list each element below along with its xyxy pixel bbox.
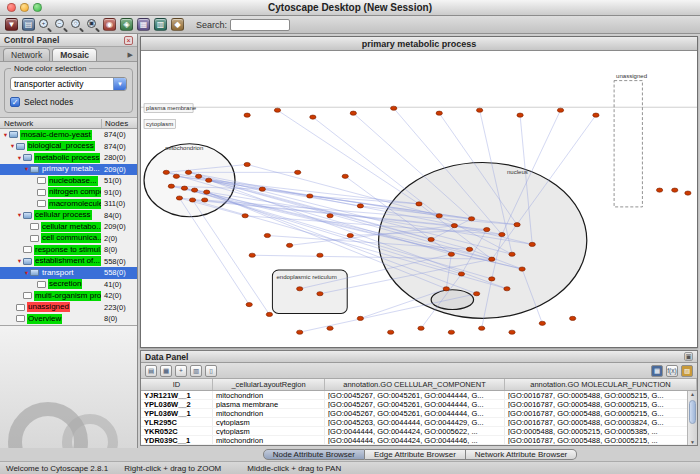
tab-node-attribute-browser[interactable]: Node Attribute Browser: [263, 449, 365, 460]
network-node[interactable]: [504, 287, 510, 291]
tree-item[interactable]: ▼metabolic process280(0): [0, 152, 137, 164]
network-node[interactable]: [185, 170, 191, 174]
close-window-button[interactable]: [7, 3, 16, 12]
tab-mosaic[interactable]: Mosaic: [52, 48, 97, 61]
open-session-icon[interactable]: ▼: [5, 18, 18, 31]
tree-item[interactable]: ▼biological_process874(0): [0, 141, 137, 153]
network-node[interactable]: [557, 108, 563, 112]
network-node[interactable]: [317, 253, 323, 257]
network-node[interactable]: [357, 316, 363, 320]
column-header[interactable]: _cellularLayoutRegion: [213, 379, 325, 390]
scroll-down-icon[interactable]: ▼: [688, 439, 697, 445]
delete-attribute-icon[interactable]: ▥: [190, 365, 202, 377]
table-scrollbar[interactable]: ▲ ▼: [687, 391, 697, 445]
table-row[interactable]: YDR039C__1mitochondrion[GO:0044444, GO:0…: [141, 436, 697, 445]
network-node[interactable]: [391, 106, 397, 110]
network-node[interactable]: [163, 170, 169, 174]
close-panel-icon[interactable]: ×: [124, 36, 133, 45]
disclosure-arrow-icon[interactable]: ▼: [23, 270, 30, 276]
tree-item[interactable]: nitrogen compo...91(0): [0, 187, 137, 199]
network-canvas[interactable]: plasma membranecytoplasmmitochondrionnuc…: [141, 51, 697, 347]
tree-item[interactable]: ▼primary metab...209(0): [0, 164, 137, 176]
column-header[interactable]: annotation.GO MOLECULAR_FUNCTION: [505, 379, 697, 390]
network-node[interactable]: [327, 326, 333, 330]
network-node[interactable]: [509, 330, 515, 334]
print-icon[interactable]: ▤: [22, 18, 35, 31]
network-node[interactable]: [173, 174, 179, 178]
import-network-icon[interactable]: ▦: [137, 18, 150, 31]
zoom-selected-icon[interactable]: ○: [71, 19, 83, 31]
disclosure-arrow-icon[interactable]: ▼: [9, 143, 16, 149]
tree-item[interactable]: ▼establishment of...558(0): [0, 256, 137, 268]
annotation-icon[interactable]: ◈: [120, 18, 133, 31]
select-nodes-checkbox[interactable]: ✓: [10, 97, 20, 107]
table-row[interactable]: YPL036W__2plasma membrane[GO:0045267, GO…: [141, 400, 697, 409]
disclosure-arrow-icon[interactable]: ▼: [16, 155, 23, 161]
network-node[interactable]: [206, 178, 212, 182]
tree-item[interactable]: cellular metabo...209(0): [0, 221, 137, 233]
minimize-window-button[interactable]: [20, 3, 29, 12]
formula-builder-icon[interactable]: f(x): [666, 365, 678, 377]
network-node[interactable]: [327, 214, 333, 218]
tree-item[interactable]: ▼transport558(0): [0, 267, 137, 279]
attribute-matrix-icon[interactable]: ▦: [651, 365, 663, 377]
tree-item[interactable]: ▼mosaic-demo-yeast874(0): [0, 129, 137, 141]
search-input[interactable]: [230, 19, 290, 31]
network-node[interactable]: [428, 237, 434, 241]
network-node[interactable]: [489, 257, 495, 261]
network-node[interactable]: [259, 187, 265, 191]
network-node[interactable]: [242, 214, 248, 218]
scrollbar-thumb[interactable]: [689, 400, 696, 424]
trash-icon[interactable]: ▯: [205, 365, 217, 377]
network-node[interactable]: [656, 188, 662, 192]
network-node[interactable]: [443, 287, 449, 291]
tree-item[interactable]: unassigned223(0): [0, 302, 137, 314]
network-node[interactable]: [499, 232, 505, 236]
network-node[interactable]: [189, 198, 195, 202]
node-color-dropdown[interactable]: transporter activity ▼: [10, 77, 127, 91]
network-node[interactable]: [514, 223, 520, 227]
disclosure-arrow-icon[interactable]: ▼: [16, 212, 23, 218]
network-node[interactable]: [204, 190, 210, 194]
disclosure-arrow-icon[interactable]: ▼: [2, 132, 9, 138]
disclosure-arrow-icon[interactable]: ▼: [23, 166, 30, 172]
table-row[interactable]: YPL036W__1mitochondrion[GO:0045267, GO:0…: [141, 409, 697, 418]
network-node[interactable]: [448, 252, 454, 256]
network-node[interactable]: [297, 330, 303, 334]
network-node[interactable]: [295, 170, 301, 174]
network-node[interactable]: [539, 321, 545, 325]
tree-item[interactable]: secretion41(0): [0, 279, 137, 291]
network-node[interactable]: [181, 186, 187, 190]
select-attributes-icon[interactable]: ▤: [145, 365, 157, 377]
tree-item[interactable]: response to stimul...8(0): [0, 244, 137, 256]
network-node[interactable]: [307, 194, 313, 198]
network-node[interactable]: [593, 113, 599, 117]
network-node[interactable]: [685, 191, 691, 195]
network-node[interactable]: [310, 115, 316, 119]
network-node[interactable]: [350, 111, 356, 115]
birdseye-view[interactable]: [0, 325, 137, 448]
network-view-title[interactable]: primary metabolic process: [141, 37, 697, 51]
tree-item[interactable]: macromolecule...311(0): [0, 198, 137, 210]
network-node[interactable]: [529, 242, 535, 246]
network-node[interactable]: [418, 326, 424, 330]
tab-overflow-icon[interactable]: ▶: [128, 51, 135, 61]
tree-item[interactable]: nucleobase...51(0): [0, 175, 137, 187]
network-node[interactable]: [266, 312, 272, 316]
network-node[interactable]: [286, 243, 292, 247]
network-node[interactable]: [672, 188, 678, 192]
network-node[interactable]: [477, 108, 483, 112]
window-titlebar[interactable]: Cytoscape Desktop (New Session): [0, 0, 700, 16]
network-node[interactable]: [297, 287, 303, 291]
network-node[interactable]: [451, 224, 457, 228]
network-node[interactable]: [168, 184, 174, 188]
network-node[interactable]: [436, 214, 442, 218]
vizmapper-icon[interactable]: ◆: [171, 18, 184, 31]
network-node[interactable]: [436, 111, 442, 115]
column-header[interactable]: ID: [141, 379, 213, 390]
new-attribute-icon[interactable]: +: [175, 365, 187, 377]
network-node[interactable]: [264, 233, 270, 237]
tab-edge-attribute-browser[interactable]: Edge Attribute Browser: [365, 449, 466, 460]
network-node[interactable]: [246, 303, 252, 307]
zoom-in-icon[interactable]: +: [39, 19, 51, 31]
